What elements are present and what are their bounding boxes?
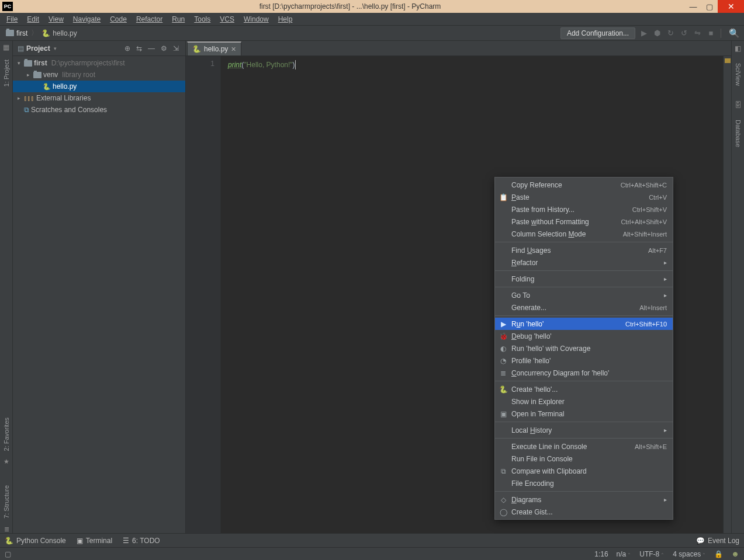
tree-venv[interactable]: ▸ venv library root (13, 69, 185, 81)
menu-vcs[interactable]: VCS (216, 14, 238, 25)
collapse-arrow-icon[interactable]: ▸ (25, 72, 32, 78)
menu-view[interactable]: View (44, 14, 68, 25)
context-menu-item[interactable]: ◔Profile 'hello' (495, 354, 673, 367)
context-menu-item[interactable]: ⧉Compare with Clipboard (495, 465, 673, 477)
tree-root-name: first (34, 59, 47, 67)
context-menu-item[interactable]: ▶Run 'hello'Ctrl+Shift+F10 (495, 318, 673, 330)
collapse-arrow-icon[interactable]: ▸ (15, 95, 22, 101)
tree-file-hello[interactable]: 🐍 hello.py (13, 81, 185, 92)
menu-help[interactable]: Help (274, 14, 297, 25)
terminal-icon: ▣ (77, 537, 83, 545)
terminal-button[interactable]: ▣ Terminal (77, 537, 112, 545)
expand-arrow-icon[interactable]: ▾ (15, 60, 22, 66)
context-menu-shortcut: Alt+Shift+E (635, 443, 667, 450)
structure-icon[interactable]: ≣ (4, 526, 9, 533)
concurrency-icon[interactable]: ⇋ (693, 28, 703, 38)
add-configuration-button[interactable]: Add Configuration... (560, 27, 635, 39)
context-menu-item[interactable]: ◯Create Gist... (495, 506, 673, 518)
search-everywhere-icon[interactable]: 🔍 (729, 28, 739, 38)
menu-file[interactable]: File (2, 14, 22, 25)
toggle-tools-icon[interactable]: ▢ (5, 550, 11, 558)
breadcrumb[interactable]: first 〉 🐍 hello.py (2, 28, 81, 38)
context-menu-item[interactable]: ◐Run 'hello' with Coverage (495, 342, 673, 354)
line-sep-widget[interactable]: n/a⌃ (617, 550, 632, 558)
menu-code[interactable]: Code (106, 14, 131, 25)
context-menu-item[interactable]: Refactor▸ (495, 256, 673, 269)
menu-run[interactable]: Run (168, 14, 189, 25)
database-icon[interactable]: 🗄 (735, 101, 742, 109)
project-panel-title[interactable]: Project (26, 44, 50, 53)
stop-icon[interactable]: ■ (706, 28, 716, 38)
minimize-button[interactable]: — (685, 0, 701, 13)
editor-marker-bar[interactable] (723, 56, 731, 533)
context-menu-item[interactable]: ≣Concurrency Diagram for 'hello' (495, 367, 673, 379)
favorites-label[interactable]: 2: Favorites (3, 418, 10, 451)
project-tool-icon[interactable]: ▦ (3, 43, 9, 51)
sciview-label[interactable]: SciView (735, 61, 742, 88)
structure-label[interactable]: 7: Structure (3, 485, 10, 519)
context-menu-item[interactable]: ▣Open in Terminal (495, 408, 673, 420)
run-icon[interactable]: ▶ (639, 28, 649, 38)
encoding-widget[interactable]: UTF-8⌃ (639, 550, 665, 558)
context-menu-item[interactable]: Paste without FormattingCtrl+Alt+Shift+V (495, 215, 673, 228)
context-menu-item[interactable]: 🐍Create 'hello'... (495, 383, 673, 395)
context-menu-item[interactable]: Local History▸ (495, 424, 673, 436)
tree-scratches[interactable]: ⧉ Scratches and Consoles (13, 104, 185, 116)
context-menu-item[interactable]: 📋PasteCtrl+V (495, 191, 673, 203)
menu-tools[interactable]: Tools (190, 14, 214, 25)
submenu-arrow-icon: ▸ (664, 259, 667, 266)
left-bottom-tool-buttons: ≣ 7: Structure ★ 2: Favorites (0, 418, 13, 533)
coverage-icon[interactable]: ↻ (666, 28, 676, 38)
breadcrumb-folder: first (16, 29, 27, 37)
context-menu-separator (495, 381, 673, 381)
context-menu-item[interactable]: Execute Line in ConsoleAlt+Shift+E (495, 440, 673, 453)
menu-refactor[interactable]: Refactor (132, 14, 167, 25)
context-menu-item[interactable]: File Encoding (495, 477, 673, 489)
hide-icon[interactable]: ⇲ (171, 44, 181, 53)
chevron-down-icon[interactable]: ▾ (54, 46, 57, 51)
indent-widget[interactable]: 4 spaces⌃ (673, 550, 706, 558)
code-editor[interactable]: 1 print("Hello, Python!") Copy Reference… (186, 56, 731, 533)
context-menu-item[interactable]: 🐞Debug 'hello' (495, 330, 673, 342)
context-menu-separator (495, 270, 673, 271)
favorites-icon[interactable]: ★ (4, 458, 9, 465)
context-menu-item[interactable]: Folding▸ (495, 273, 673, 285)
expand-all-icon[interactable]: ⇆ (134, 44, 144, 53)
readonly-lock-icon[interactable]: 🔒 (714, 550, 723, 558)
context-menu-item[interactable]: Go To▸ (495, 289, 673, 301)
close-button[interactable]: ✕ (718, 0, 744, 13)
project-tool-label[interactable]: 1: Project (3, 57, 10, 89)
maximize-button[interactable]: ▢ (701, 0, 718, 13)
python-console-button[interactable]: 🐍 Python Console (5, 537, 66, 545)
context-menu-item[interactable]: Generate...Alt+Insert (495, 301, 673, 314)
context-menu-item[interactable]: Column Selection ModeAlt+Shift+Insert (495, 228, 673, 240)
warning-marker[interactable] (725, 58, 731, 63)
context-menu-item[interactable]: Show in Explorer (495, 395, 673, 408)
editor-tab-hello[interactable]: 🐍 hello.py ✕ (187, 41, 241, 55)
event-log-button[interactable]: 💬 Event Log (696, 537, 739, 545)
database-label[interactable]: Database (735, 117, 742, 149)
context-menu-shortcut: Alt+Shift+Insert (623, 231, 667, 238)
context-menu-label: Go To (511, 291, 660, 300)
context-menu-item[interactable]: Copy ReferenceCtrl+Alt+Shift+C (495, 179, 673, 191)
close-tab-icon[interactable]: ✕ (231, 46, 236, 53)
profile-icon[interactable]: ↺ (679, 28, 689, 38)
context-menu-item[interactable]: ◇Diagrams▸ (495, 493, 673, 506)
project-panel: ▤ Project ▾ ⊕ ⇆ — ⚙ ⇲ ▾ first D:\pycharm… (13, 41, 186, 533)
todo-button[interactable]: ☰ 6: TODO (123, 537, 160, 545)
gear-icon[interactable]: ⚙ (159, 44, 169, 53)
menu-navigate[interactable]: Navigate (69, 14, 105, 25)
tree-external-libraries[interactable]: ▸ ⫿⫿⫿ External Libraries (13, 92, 185, 104)
context-menu-item[interactable]: Run File in Console (495, 453, 673, 465)
debug-icon[interactable]: ⬢ (652, 28, 662, 38)
context-menu-item[interactable]: Paste from History...Ctrl+Shift+V (495, 203, 673, 215)
tree-root[interactable]: ▾ first D:\pycharmprojects\first (13, 57, 185, 69)
menu-window[interactable]: Window (240, 14, 273, 25)
inspection-face-icon[interactable]: ☻ (731, 549, 739, 558)
context-menu-item[interactable]: Find UsagesAlt+F7 (495, 244, 673, 256)
sciview-icon[interactable]: ◧ (735, 44, 741, 53)
navigation-bar: first 〉 🐍 hello.py Add Configuration... … (0, 26, 744, 41)
locate-icon[interactable]: ⊕ (123, 44, 132, 53)
cursor-position[interactable]: 1:16 (594, 550, 608, 558)
menu-edit[interactable]: Edit (23, 14, 43, 25)
